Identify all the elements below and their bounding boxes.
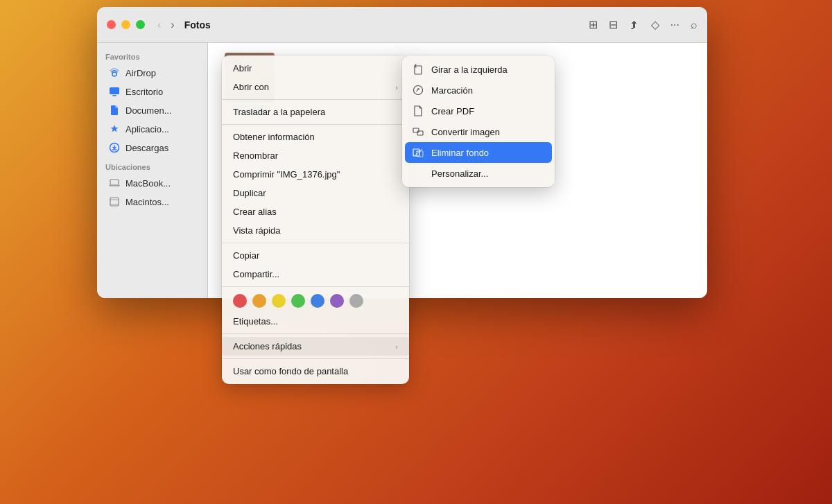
aplicaciones-icon [108,123,121,135]
menu-label-acciones: Acciones rápidas [233,341,302,351]
submenu-arrow-acciones: › [395,342,398,351]
menu-separator-5 [222,333,409,334]
svg-rect-8 [413,128,419,132]
more-icon[interactable]: ··· [670,19,679,31]
sidebar-item-aplicaciones[interactable]: Aplicacio... [100,120,205,138]
rotate-left-icon [412,63,424,76]
sidebar-label-airdrop: AirDrop [125,68,156,78]
sidebar-section-ubicaciones: Ubicaciones [97,163,207,174]
sidebar-item-descargas[interactable]: Descargas [100,139,205,157]
submenu-item-crear-pdf[interactable]: Crear PDF [402,101,555,121]
submenu-item-personalizar[interactable]: Personalizar... [402,163,555,184]
menu-label-etiquetas: Etiquetas... [233,316,278,327]
sidebar-label-escritorio: Escritorio [125,87,163,97]
personalizar-icon [412,167,424,180]
macbook-icon [108,177,121,189]
tag-gray[interactable] [349,294,363,308]
sidebar-label-aplicaciones: Aplicacio... [125,124,169,134]
airdrop-icon [108,67,121,79]
window-title: Fotos [184,19,211,31]
pdf-icon [412,105,424,117]
minimize-button[interactable] [121,20,130,29]
tag-purple[interactable] [330,294,344,308]
macintos-icon [108,195,121,208]
menu-label-alias: Crear alias [233,207,277,217]
menu-label-abrir-con: Abrir con [233,82,269,92]
submenu-label-girar: Girar a la izquierda [431,64,508,75]
sidebar-label-descargas: Descargas [125,143,168,153]
sidebar-label-macintos: Macintos... [125,197,169,207]
sidebar-section-favoritos: Favoritos [97,53,207,64]
traffic-lights [107,20,145,29]
menu-item-fondo[interactable]: Usar como fondo de pantalla [222,362,409,381]
view-options-icon[interactable]: ⊟ [609,18,618,31]
convert-icon [412,125,424,138]
tag-green[interactable] [291,294,305,308]
search-icon[interactable]: ⌕ [691,19,697,31]
menu-item-vista-rapida[interactable]: Vista rápida [222,221,409,240]
submenu-item-girar[interactable]: Girar a la izquierda [402,59,555,80]
menu-label-duplicar: Duplicar [233,188,266,198]
menu-label-comprimir: Comprimir "IMG_1376.jpg" [233,169,340,180]
menu-item-abrir-con[interactable]: Abrir con › [222,78,409,96]
svg-point-0 [112,72,116,76]
tag-orange[interactable] [252,294,266,308]
menu-label-vista-rapida: Vista rápida [233,225,280,236]
menu-item-duplicar[interactable]: Duplicar [222,184,409,202]
sidebar-item-macintos[interactable]: Macintos... [100,193,205,211]
menu-item-renombrar[interactable]: Renombrar [222,146,409,165]
escritorio-icon [108,85,121,98]
svg-rect-2 [112,95,116,96]
submenu-label-convertir: Convertir imagen [431,127,500,137]
menu-item-copiar[interactable]: Copiar [222,246,409,265]
menu-item-papelera[interactable]: Trasladar a la papelera [222,103,409,121]
menu-separator-3 [222,243,409,243]
menu-item-comprimir[interactable]: Comprimir "IMG_1376.jpg" [222,165,409,184]
menu-label-info: Obtener información [233,132,315,142]
view-grid-icon[interactable]: ⊞ [589,18,598,31]
close-button[interactable] [107,20,116,29]
menu-label-copiar: Copiar [233,250,259,261]
remove-bg-icon [412,146,424,159]
sidebar-item-documentos[interactable]: Documen... [100,101,205,119]
submenu-acciones: Girar a la izquierda Marcación Crear PDF… [402,55,555,187]
share-icon[interactable]: ⮭ [629,19,640,31]
menu-label-renombrar: Renombrar [233,150,278,161]
menu-item-alias[interactable]: Crear alias [222,202,409,221]
sidebar-item-escritorio[interactable]: Escritorio [100,82,205,101]
toolbar-icons: ⊞ ⊟ ⮭ ◇ ··· ⌕ [589,18,697,31]
submenu-item-convertir[interactable]: Convertir imagen [402,121,555,142]
markup-icon [412,84,424,96]
submenu-item-marcacion[interactable]: Marcación [402,80,555,101]
menu-item-etiquetas[interactable]: Etiquetas... [222,312,409,331]
sidebar: Favoritos AirDrop [97,43,208,298]
sidebar-label-macbook: MacBook... [125,178,171,189]
sidebar-item-macbook[interactable]: MacBook... [100,174,205,192]
svg-rect-9 [417,131,423,135]
menu-item-compartir[interactable]: Compartir... [222,265,409,284]
menu-label-compartir: Compartir... [233,269,279,279]
sidebar-label-documentos: Documen... [125,105,171,116]
menu-item-abrir[interactable]: Abrir [222,59,409,78]
tag-blue[interactable] [311,294,324,308]
maximize-button[interactable] [136,20,145,29]
descargas-icon [108,141,121,154]
submenu-label-eliminar-fondo: Eliminar fondo [431,148,489,158]
submenu-label-crear-pdf: Crear PDF [431,106,474,116]
tag-yellow[interactable] [272,294,286,308]
submenu-item-eliminar-fondo[interactable]: Eliminar fondo [405,142,552,163]
context-menu: Abrir Abrir con › Trasladar a la papeler… [222,55,409,384]
menu-item-acciones[interactable]: Acciones rápidas › [222,337,409,356]
tag-icon[interactable]: ◇ [651,18,659,31]
svg-rect-1 [110,87,119,94]
submenu-label-marcacion: Marcación [431,85,473,96]
tag-red[interactable] [233,294,247,308]
nav-buttons: ‹ › [155,17,177,33]
menu-item-info[interactable]: Obtener información [222,128,409,146]
svg-line-12 [415,149,422,156]
sidebar-item-airdrop[interactable]: AirDrop [100,64,205,82]
back-button[interactable]: ‹ [155,17,164,33]
menu-label-abrir: Abrir [233,63,252,73]
title-bar: ‹ › Fotos ⊞ ⊟ ⮭ ◇ ··· ⌕ [97,7,707,43]
forward-button[interactable]: › [168,17,177,33]
